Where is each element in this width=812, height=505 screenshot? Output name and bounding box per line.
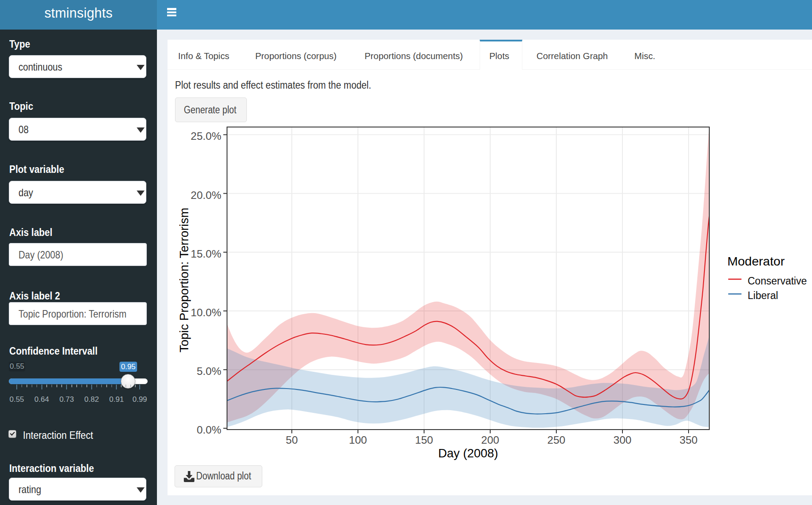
svg-text:10.0%: 10.0% [191, 307, 221, 318]
svg-text:Conservative: Conservative [748, 275, 807, 287]
svg-text:300: 300 [614, 434, 632, 446]
svg-text:Liberal: Liberal [748, 290, 778, 301]
svg-text:250: 250 [548, 434, 566, 446]
svg-text:20.0%: 20.0% [191, 189, 221, 201]
svg-text:15.0%: 15.0% [191, 248, 221, 260]
svg-text:150: 150 [415, 434, 433, 446]
svg-text:25.0%: 25.0% [191, 130, 221, 142]
svg-text:5.0%: 5.0% [197, 365, 221, 377]
svg-text:0.0%: 0.0% [197, 424, 221, 436]
svg-text:50: 50 [286, 434, 298, 446]
svg-text:350: 350 [680, 434, 698, 446]
svg-text:Day (2008): Day (2008) [438, 446, 498, 460]
svg-text:100: 100 [349, 434, 367, 446]
svg-text:200: 200 [481, 434, 499, 446]
svg-text:Moderator: Moderator [727, 254, 785, 268]
svg-text:Topic Proportion: Terrorism: Topic Proportion: Terrorism [177, 208, 191, 352]
